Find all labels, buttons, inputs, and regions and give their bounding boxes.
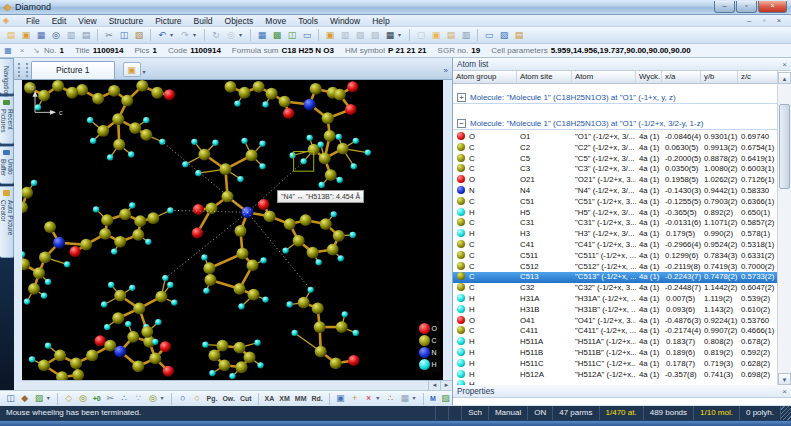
sidebar-tab-undo-buffer[interactable]: Undo Buffer xyxy=(0,146,14,184)
maximize-button[interactable]: ▫ xyxy=(736,1,757,13)
toolbar-icon[interactable]: ▩ xyxy=(270,29,284,42)
menu-build[interactable]: Build xyxy=(188,15,219,27)
atom-row[interactable]: HH5"H5" (-1/2+x, 3/...4a (1)-0.365(5)0.8… xyxy=(453,208,791,219)
new-picture-dropdown-icon[interactable]: ▾ xyxy=(143,68,146,75)
toolbar-icon[interactable]: ↶ xyxy=(155,29,169,42)
atom-row[interactable]: HH31A"H31A" (-1/2+x, ...4a (1)0.007(5)1.… xyxy=(453,294,791,305)
properties-close-icon[interactable]: × xyxy=(782,387,787,396)
atom-row[interactable]: HH511C"H511C" (-1/2+x...4a (1)0.178(7)0.… xyxy=(453,359,791,370)
toolbar-icon[interactable]: ▦ xyxy=(398,392,411,405)
toolbar-icon[interactable]: ◎ xyxy=(49,29,63,42)
toolbar-icon[interactable]: ▨ xyxy=(368,29,382,42)
molecule-group-row[interactable]: −Molecule: "Molecule 1" (C18H25N1O3) at … xyxy=(453,118,791,130)
atom-row[interactable]: HH512A"H512A" (-1/2+x...4a (1)-0.357(8)0… xyxy=(453,370,791,381)
toolbar-icon[interactable]: ↻ xyxy=(209,29,223,42)
atom-row[interactable]: CC41"C41" (-1/2+x, 3...4a (1)-0.2966(4)0… xyxy=(453,240,791,251)
toolbar-icon[interactable]: ∴ xyxy=(384,392,397,405)
atom-row[interactable]: CC512"C512" (-1/2+x, ...4a (1)-0.2119(8)… xyxy=(453,262,791,273)
toolbar-icon[interactable]: ▦ xyxy=(34,29,48,42)
toolbar-icon[interactable]: × xyxy=(362,392,375,405)
infobar-grid-icon[interactable]: ▦ xyxy=(2,46,14,55)
toolbar-icon[interactable]: ▥ xyxy=(459,29,473,42)
atom-list-scrollbar[interactable]: ▲ ▼ xyxy=(777,72,791,385)
toolbar-icon[interactable]: ◎ xyxy=(224,29,238,42)
status-segment-sch[interactable]: Sch xyxy=(462,406,489,420)
scroll-left-icon[interactable]: ◄ xyxy=(428,381,440,390)
new-picture-button[interactable]: ▣ xyxy=(123,62,141,77)
toolbar-button-cut[interactable]: Cut xyxy=(238,392,254,405)
toolbar-overflow-chevron[interactable]: » xyxy=(444,66,452,79)
expand-icon[interactable]: + xyxy=(457,93,466,102)
atom-list-close-icon[interactable]: × xyxy=(782,60,787,69)
menu-window[interactable]: Window xyxy=(324,15,366,27)
status-segment-on[interactable]: ON xyxy=(528,406,553,420)
toolbar-icon[interactable]: ∴ xyxy=(118,392,131,405)
atom-row[interactable]: OO1"O1" (-1/2+x, 3/...4a (1)-0.0846(4)0.… xyxy=(453,132,791,143)
toolbar-icon[interactable]: ○ xyxy=(176,392,189,405)
sidebar-tab-navigation[interactable]: Navigation xyxy=(0,58,14,94)
tab-picture-1[interactable]: Picture 1 xyxy=(31,61,115,79)
infobar-jump-icon[interactable]: ↘ xyxy=(30,46,42,55)
menu-objects[interactable]: Objects xyxy=(219,15,260,27)
menu-view[interactable]: View xyxy=(72,15,102,27)
toolbar-icon[interactable]: ▤ xyxy=(512,29,526,42)
canvas-horizontal-scrollbar[interactable]: ◄ ► xyxy=(22,380,452,390)
toolbar-button-xa[interactable]: XA xyxy=(263,392,277,405)
child-restore-icon[interactable]: ▫ xyxy=(758,16,770,25)
sidebar-tab-auto-picture-creator[interactable]: Auto Picture Creator xyxy=(0,186,14,258)
dropdown-arrow-icon[interactable]: ▾ xyxy=(193,29,200,42)
menu-file[interactable]: File xyxy=(20,15,46,27)
atom-row[interactable]: HH3"H3" (-1/2+x, 3/...4a (1)0.179(5)0.99… xyxy=(453,229,791,240)
toolbar-icon[interactable]: ▣ xyxy=(323,29,337,42)
close-button[interactable]: × xyxy=(758,1,787,13)
menu-tools[interactable]: Tools xyxy=(292,15,324,27)
atom-row[interactable]: CC411"C411" (-1/2+x, ...4a (1)-0.2174(4)… xyxy=(453,326,791,337)
dropdown-arrow-icon[interactable]: ▾ xyxy=(376,392,383,405)
toolbar-icon[interactable]: + xyxy=(348,392,361,405)
atom-row[interactable]: HH511B"H511B" (-1/2+x...4a (1)0.189(6)0.… xyxy=(453,348,791,359)
child-close-icon[interactable]: × xyxy=(773,16,785,25)
column-header-z-c[interactable]: z/c xyxy=(738,71,778,83)
column-header-wyck-[interactable]: Wyck. xyxy=(636,71,662,83)
dropdown-arrow-icon[interactable]: ▾ xyxy=(47,392,54,405)
collapse-icon[interactable]: − xyxy=(457,119,466,128)
toolbar-icon[interactable]: ▭ xyxy=(300,29,314,42)
atom-row[interactable]: H xyxy=(453,380,791,385)
tabbar-grip[interactable] xyxy=(18,63,28,77)
column-header-x-a[interactable]: x/a xyxy=(662,71,701,83)
atom-row[interactable]: NN4"N4" (-1/2+x, 3/...4a (1)-0.1430(3)0.… xyxy=(453,186,791,197)
toolbar-icon[interactable]: ▨ xyxy=(32,392,45,405)
toolbar-icon[interactable]: ▧ xyxy=(353,29,367,42)
title-bar[interactable]: ◆ Diamond – ▫ × xyxy=(0,0,791,15)
toolbar-icon[interactable]: ∵ xyxy=(132,392,145,405)
scroll-down-icon[interactable]: ▼ xyxy=(778,373,791,385)
scroll-right-icon[interactable]: ► xyxy=(440,381,452,390)
atom-row[interactable]: OO21"O21" (-1/2+x, 3...4a (1)0.1958(5)1.… xyxy=(453,175,791,186)
menu-edit[interactable]: Edit xyxy=(46,15,73,27)
toolbar-icon[interactable]: ◎ xyxy=(76,392,89,405)
toolbar-button-m[interactable]: M xyxy=(428,392,438,405)
toolbar-icon[interactable]: ▭ xyxy=(482,29,496,42)
toolbar-icon[interactable]: ◆ xyxy=(18,392,31,405)
toolbar-icon[interactable]: ○ xyxy=(190,392,203,405)
toolbar-icon[interactable]: ▤ xyxy=(4,29,18,42)
atom-row[interactable]: HH511A"H511A" (-1/2+x...4a (1)0.183(7)0.… xyxy=(453,337,791,348)
toolbar-button-0[interactable]: +0 xyxy=(91,392,103,405)
column-header-atom[interactable]: Atom xyxy=(572,71,636,83)
sidebar-tab-recent-pictures[interactable]: Recent Pictures xyxy=(0,96,14,144)
toolbar-icon[interactable]: ◎ xyxy=(146,392,159,405)
dropdown-arrow-icon[interactable]: ▾ xyxy=(398,29,405,42)
toolbar-button-mm[interactable]: MM xyxy=(293,392,309,405)
atom-row[interactable]: CC51"C51" (-1/2+x, 3...4a (1)-0.1255(5)0… xyxy=(453,197,791,208)
atom-row-selected[interactable]: CC513"C513" (-1/2+x, ...4a (1)-0.2243(7)… xyxy=(453,272,791,283)
molecule-group-row[interactable]: +Molecule: "Molecule 1" (C18H25N1O3) at … xyxy=(453,92,791,104)
atom-row[interactable]: CC511"C511" (-1/2+x, ...4a (1)0.1299(6)0… xyxy=(453,251,791,262)
toolbar-icon[interactable]: ◫ xyxy=(4,392,17,405)
dropdown-arrow-icon[interactable]: ▾ xyxy=(239,29,246,42)
toolbar-button-xm[interactable]: XM xyxy=(277,392,292,405)
toolbar-icon[interactable]: ▢ xyxy=(414,29,428,42)
column-header-atom-group[interactable]: Atom group xyxy=(453,71,517,83)
child-minimize-icon[interactable]: – xyxy=(743,16,755,25)
toolbar-icon[interactable]: ↷ xyxy=(178,29,192,42)
toolbar-icon[interactable]: ▦ xyxy=(255,29,269,42)
